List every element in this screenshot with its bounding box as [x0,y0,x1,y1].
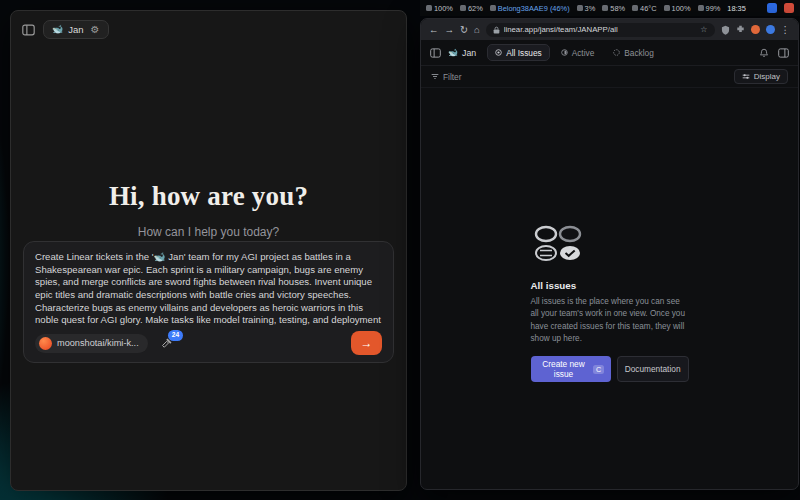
create-issue-label: Create new issue [538,359,590,379]
linear-header: 🐋 Jan All Issues Active [421,40,798,66]
browser-action-icons: ⋮ [721,25,791,35]
issue-status-illustration [531,224,585,264]
gear-icon[interactable]: ⚙ [91,24,100,35]
cpu-icon [577,5,583,11]
team-name: Jan [68,24,83,35]
tab-label: All Issues [506,48,542,58]
battery-icon [460,5,466,11]
tray-brightness[interactable]: 100% [664,4,691,13]
tab-label: Active [572,48,595,58]
tray-wifi[interactable]: Belong38AAE9 (46%) [490,4,570,13]
back-button[interactable]: ← [429,25,439,35]
linear-team-avatar: 🐋 [448,49,458,57]
mail-app-icon[interactable] [767,3,777,13]
prompt-text-input[interactable]: Create Linear tickets in the '🐋 Jan' tea… [35,251,382,327]
system-tray: 100% 62% Belong38AAE9 (46%) 3% 58% 46°C … [420,0,800,16]
tray-cpu[interactable]: 3% [577,4,596,13]
linear-team-chip[interactable]: 🐋 Jan [448,48,476,58]
create-new-issue-button[interactable]: Create new issue C [531,356,611,382]
volume-icon [426,5,432,11]
jan-app-window: 🐋 Jan ⚙ Hi, how are you? How can I help … [10,10,407,491]
composer-toolbar: moonshotai/kimi-k... 24 → [35,331,382,355]
tab-label: Backlog [624,48,654,58]
all-issues-icon [495,49,502,56]
linear-header-actions [759,48,789,58]
filter-button[interactable]: Filter [431,72,461,82]
linear-team-name: Jan [462,48,476,58]
model-name-label: moonshotai/kimi-k... [57,338,139,348]
documentation-button[interactable]: Documentation [617,356,689,382]
greeting-subtitle: How can I help you today? [11,225,406,239]
greeting-title: Hi, how are you? [11,181,406,212]
prompt-composer[interactable]: Create Linear tickets in the '🐋 Jan' tea… [23,241,394,363]
model-selector[interactable]: moonshotai/kimi-k... [35,334,148,353]
tray-power[interactable]: 99% [698,4,721,13]
send-button[interactable]: → [351,331,382,355]
address-bar[interactable]: linear.app/jansi/team/JANAPP/all ☆ [486,23,715,37]
profile-avatar[interactable] [766,25,775,34]
forward-button[interactable]: → [445,25,455,35]
jan-titlebar: 🐋 Jan ⚙ [11,11,406,48]
sidebar-toggle-button[interactable] [22,24,35,36]
team-avatar: 🐋 [52,25,63,34]
shortcut-badge: C [593,365,603,374]
browser-toolbar: ← → ↻ ⌂ linear.app/jansi/team/JANAPP/all… [421,19,798,40]
tools-count-badge: 24 [168,330,182,341]
tools-button[interactable]: 24 [161,337,173,349]
lock-icon [493,26,500,34]
reload-button[interactable]: ↻ [460,25,468,35]
memory-icon [602,5,608,11]
empty-state-title: All issues [531,280,689,291]
filter-bar: Filter Display [421,66,798,88]
view-tabs: All Issues Active Backlog [487,44,662,61]
chat-app-icon[interactable] [784,3,794,13]
extensions-puzzle-icon[interactable] [736,25,745,34]
url-text[interactable]: linear.app/jansi/team/JANAPP/all [504,25,697,34]
browser-window: ← → ↻ ⌂ linear.app/jansi/team/JANAPP/all… [420,18,799,490]
filter-label: Filter [443,72,461,82]
empty-state: All issues All issues is the place where… [531,224,689,382]
notifications-bell-icon[interactable] [759,48,769,58]
tray-memory[interactable]: 58% [602,4,625,13]
tab-all-issues[interactable]: All Issues [487,44,550,61]
send-arrow-icon: → [361,336,373,350]
display-button[interactable]: Display [734,69,788,84]
bookmark-star-icon[interactable]: ☆ [700,25,707,34]
browser-menu-icon[interactable]: ⋮ [781,25,791,35]
shield-icon[interactable] [721,25,730,35]
tray-volume[interactable]: 100% [426,4,453,13]
linear-sidebar-toggle-icon[interactable] [430,48,441,58]
tray-battery[interactable]: 62% [460,4,483,13]
wifi-icon [490,5,496,11]
display-sliders-icon [742,73,750,80]
tab-backlog[interactable]: Backlog [605,44,662,61]
filter-icon [431,73,439,80]
power-icon [698,5,704,11]
extension-badge-icon[interactable] [751,25,760,34]
team-selector[interactable]: 🐋 Jan ⚙ [43,20,109,39]
display-label: Display [754,72,780,81]
tab-active[interactable]: Active [553,44,603,61]
model-provider-icon [39,337,52,350]
brightness-icon [664,5,670,11]
backlog-icon [613,49,620,56]
linear-content: All issues All issues is the place where… [421,88,798,490]
panel-right-icon[interactable] [778,48,789,58]
tray-temperature[interactable]: 46°C [632,4,657,13]
home-button[interactable]: ⌂ [474,25,480,35]
active-icon [561,49,568,56]
thermometer-icon [632,5,638,11]
panel-left-icon [22,24,35,36]
empty-state-body: All issues is the place where you can se… [531,296,689,345]
empty-state-actions: Create new issue C Documentation [531,356,689,382]
right-monitor: 100% 62% Belong38AAE9 (46%) 3% 58% 46°C … [420,0,800,500]
greeting-block: Hi, how are you? How can I help you toda… [11,181,406,239]
tray-clock[interactable]: 18:35 [727,4,746,13]
